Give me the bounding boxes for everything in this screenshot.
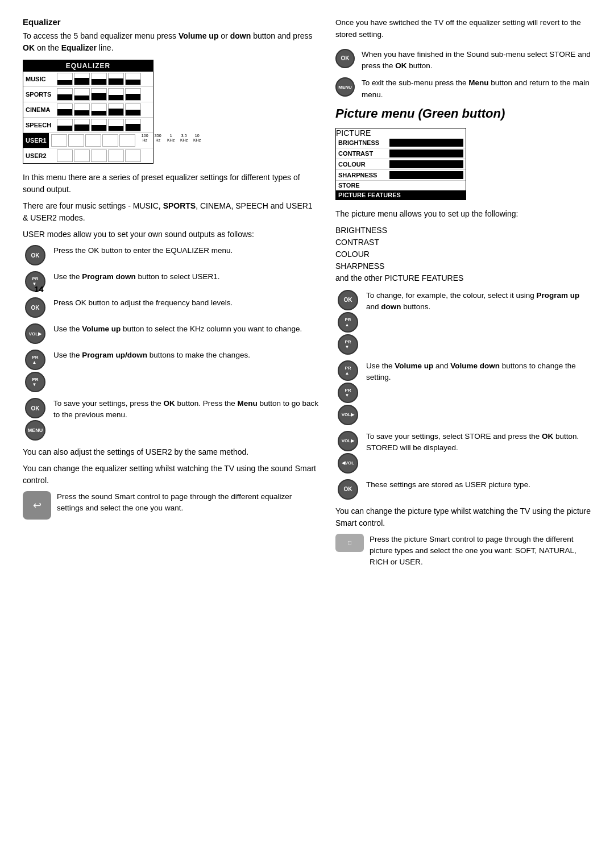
equalizer-menu-box: EQUALIZER MUSIC SPORTS xyxy=(23,60,154,164)
pic-vol-right-icon: VOL▶ xyxy=(338,405,358,425)
pic-ok2-icon: OK xyxy=(338,479,358,500)
picture-para1: The picture menu allows you to set up th… xyxy=(335,208,591,220)
step-pr-down-text: Use the Program down button to select US… xyxy=(53,271,318,283)
picture-step-vol-text: Use the Volume up and Volume down button… xyxy=(366,360,591,384)
picture-para2: You can change the picture type whilst w… xyxy=(335,505,591,529)
menu-exit-text: To exit the sub-menu press the Menu butt… xyxy=(362,77,591,101)
picture-row-sharpness: SHARPNESS xyxy=(336,170,466,181)
equalizer-row-sports: SPORTS xyxy=(23,87,153,102)
step-ok-equalizer-text: Press the OK button to enter the EQUALIZ… xyxy=(53,245,318,256)
equalizer-para3: There are four music settings - MUSIC, S… xyxy=(23,200,318,224)
menu-exit-step: MENU To exit the sub-menu press the Menu… xyxy=(335,77,591,101)
menu-back-icon: MENU xyxy=(25,420,45,441)
picture-step-store-icon-col: VOL▶ ◀VOL xyxy=(335,431,360,474)
sharpness-label: SHARPNESS xyxy=(338,172,389,178)
step-pr-updown-text: Use the Program up/down buttons to make … xyxy=(53,350,318,361)
picture-step-store: VOL▶ ◀VOL To save your settings, select … xyxy=(335,431,591,474)
user2-bars xyxy=(55,148,153,163)
step-vol-up-icon-col: VOL▶ xyxy=(23,323,48,344)
step-pr-updown: PR▲ PR▼ Use the Program up/down buttons … xyxy=(23,350,318,392)
ok-store-step: OK When you have finished in the Sound s… xyxy=(335,49,591,72)
picture-step-ok-text: To change, for example, the colour, sele… xyxy=(366,290,591,313)
picture-smart-control-icon: □ xyxy=(335,534,364,552)
step-ok-menu: OK MENU To save your settings, press the… xyxy=(23,398,318,441)
step-ok-adjust-icon-col: OK xyxy=(23,297,48,318)
freq-labels: 100Hz 350Hz 1KHz 3.5KHz 10KHz xyxy=(138,133,205,148)
step-ok-menu-text: To save your settings, press the OK butt… xyxy=(53,398,318,421)
brightness-label: BRIGHTNESS xyxy=(338,139,389,146)
pic-vol-right2-icon: VOL▶ xyxy=(338,431,358,451)
picture-smart-text: Press the picture Smart control to page … xyxy=(370,534,591,568)
music-bars xyxy=(55,72,153,86)
ok-save-icon: OK xyxy=(25,398,45,418)
smart-control-text: Press the sound Smart control to page th… xyxy=(57,491,318,514)
picture-row-store: STORE xyxy=(336,181,466,190)
ok-adjust-icon: OK xyxy=(25,297,45,318)
page-number: 14 xyxy=(34,284,44,294)
step-vol-up: VOL▶ Use the Volume up button to select … xyxy=(23,323,318,344)
equalizer-para6: You can change the equalizer setting whi… xyxy=(23,463,318,487)
pic-pr-up2-icon: PR▲ xyxy=(338,360,358,381)
equalizer-row-speech: SPEECH xyxy=(23,118,153,133)
equalizer-menu-title: EQUALIZER xyxy=(23,60,153,72)
picture-menu-title: PICTURE xyxy=(336,128,466,138)
picture-smart-icon-col: □ xyxy=(335,534,364,552)
picture-row-features: PICTURE FEATURES xyxy=(336,190,466,200)
picture-step-vol-icon-col: PR▲ PR▼ VOL▶ xyxy=(335,360,360,425)
picture-step-vol: PR▲ PR▼ VOL▶ Use the Volume up and Volum… xyxy=(335,360,591,425)
speech-label: SPEECH xyxy=(23,118,55,132)
picture-row-contrast: CONTRAST xyxy=(336,148,466,159)
step-pr-updown-icon-col: PR▲ PR▼ xyxy=(23,350,48,392)
pic-pr-down-icon: PR▼ xyxy=(338,334,358,355)
user1-bars xyxy=(49,133,138,148)
equalizer-row-user2: USER2 xyxy=(23,148,153,163)
pr-up-icon: PR▲ xyxy=(25,350,45,370)
picture-step-user-text: These settings are stored as USER pictur… xyxy=(366,479,591,491)
picture-features-label: PICTURE FEATURES xyxy=(338,192,401,198)
picture-step-user-icon-col: OK xyxy=(335,479,360,500)
cinema-bars xyxy=(55,102,153,117)
picture-step-store-text: To save your settings, select STORE and … xyxy=(366,431,591,454)
equalizer-para2: In this menu there are a series of prese… xyxy=(23,172,318,196)
sports-bars xyxy=(55,87,153,102)
step-pr-down: PR▼ Use the Program down button to selec… xyxy=(23,271,318,292)
cinema-label: CINEMA xyxy=(23,102,55,117)
smart-control-step: ↩ Press the sound Smart control to page … xyxy=(23,491,318,520)
equalizer-row-cinema: CINEMA xyxy=(23,102,153,118)
store-label: STORE xyxy=(338,182,389,189)
picture-list: BRIGHTNESSCONTRASTCOLOURSHARPNESSand the… xyxy=(335,225,591,284)
picture-smart-step: □ Press the picture Smart control to pag… xyxy=(335,534,591,568)
step-ok-adjust-text: Press OK button to adjust the frequency … xyxy=(53,297,318,309)
equalizer-menu-content: MUSIC SPORTS xyxy=(23,72,153,163)
equalizer-row-user1: USER1 100Hz 350Hz 1KHz xyxy=(23,133,153,148)
contrast-label: CONTRAST xyxy=(338,150,389,157)
step-ok-adjust: OK Press OK button to adjust the frequen… xyxy=(23,297,318,318)
step-ok-menu-icon-col: OK MENU xyxy=(23,398,48,441)
picture-menu-heading: Picture menu (Green button) xyxy=(335,106,591,121)
menu-exit-icon: MENU xyxy=(335,77,355,97)
sharpness-bar xyxy=(389,171,463,179)
sound-smart-control-icon: ↩ xyxy=(23,491,51,520)
right-column: Once you have switched the TV off the eq… xyxy=(335,17,591,574)
music-label: MUSIC xyxy=(23,72,55,86)
equalizer-heading: Equalizer xyxy=(23,17,318,27)
pic-vol-left-icon: ◀VOL xyxy=(338,453,358,474)
picture-menu-content: BRIGHTNESS CONTRAST COLOUR SHARPNESS xyxy=(336,138,466,200)
step-vol-up-text: Use the Volume up button to select the K… xyxy=(53,323,318,335)
contrast-bar xyxy=(389,149,463,157)
step-ok-icon-col: OK xyxy=(23,245,48,265)
colour-bar xyxy=(389,160,463,168)
equalizer-row-music: MUSIC xyxy=(23,72,153,87)
ok-store-text: When you have finished in the Sound sub-… xyxy=(362,49,591,72)
pic-pr-up-icon: PR▲ xyxy=(338,312,358,333)
picture-row-colour: COLOUR xyxy=(336,159,466,170)
ok-button-icon: OK xyxy=(25,245,45,265)
smart-control-icon-col: ↩ xyxy=(23,491,51,520)
picture-step-ok: OK PR▲ PR▼ To change, for example, the c… xyxy=(335,290,591,355)
step-ok-equalizer: OK Press the OK button to enter the EQUA… xyxy=(23,245,318,265)
brightness-bar xyxy=(389,139,463,147)
pr-down2-icon: PR▼ xyxy=(25,372,45,392)
picture-menu-box: PICTURE BRIGHTNESS CONTRAST COLOUR xyxy=(335,128,466,200)
ok-store-icon: OK xyxy=(335,49,355,68)
pic-pr-down2-icon: PR▼ xyxy=(338,383,358,403)
